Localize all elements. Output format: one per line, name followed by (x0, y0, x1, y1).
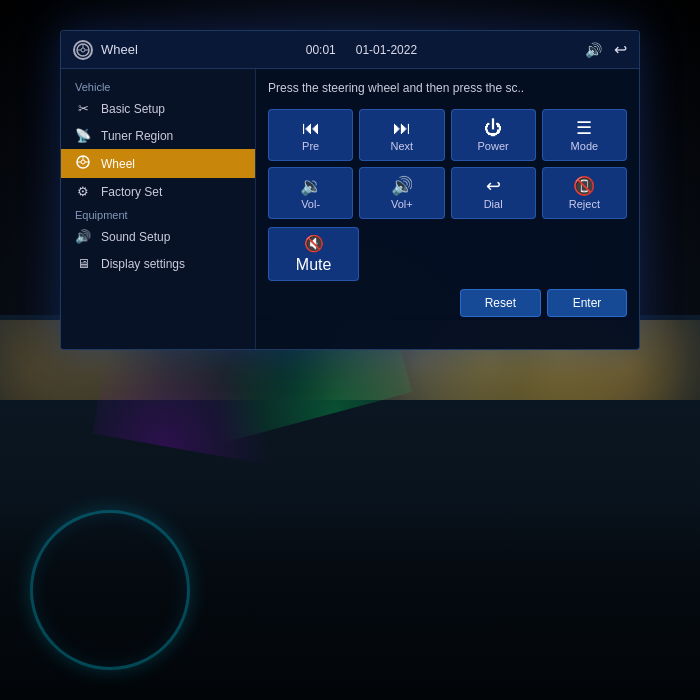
right-content: Press the steering wheel and then press … (256, 69, 639, 349)
enter-label: Enter (573, 296, 602, 310)
sidebar: Vehicle ✂ Basic Setup 📡 Tuner Region (61, 69, 256, 349)
svg-point-6 (81, 160, 85, 164)
sidebar-label-display-settings: Display settings (101, 257, 185, 271)
next-button[interactable]: ⏭ Next (359, 109, 444, 161)
display-icon: 🖥 (75, 256, 91, 271)
enter-button[interactable]: Enter (547, 289, 627, 317)
vol-plus-button[interactable]: 🔊 Vol+ (359, 167, 444, 219)
pre-label: Pre (302, 140, 319, 152)
tuner-icon: 📡 (75, 128, 91, 143)
next-icon: ⏭ (393, 119, 411, 137)
volume-icon[interactable]: 🔊 (585, 42, 602, 58)
control-button-grid: ⏮ Pre ⏭ Next ⏻ Power ☰ Mode (268, 109, 627, 219)
header-bar: Wheel 00:01 01-01-2022 🔊 ↩ (61, 31, 639, 69)
header-right: 🔊 ↩ (585, 40, 627, 59)
header-title: Wheel (101, 42, 138, 57)
vol-plus-label: Vol+ (391, 198, 413, 210)
mute-row: 🔇 Mute (268, 227, 627, 281)
reset-label: Reset (485, 296, 516, 310)
steering-wheel-decoration (30, 510, 190, 670)
instruction-text: Press the steering wheel and then press … (268, 79, 627, 101)
next-label: Next (391, 140, 414, 152)
vol-minus-label: Vol- (301, 198, 320, 210)
mute-label: Mute (296, 256, 332, 274)
wrench-icon: ✂ (75, 101, 91, 116)
back-button[interactable]: ↩ (614, 40, 627, 59)
header-left: Wheel (73, 40, 138, 60)
sidebar-section-vehicle: Vehicle (61, 77, 255, 95)
power-label: Power (478, 140, 509, 152)
dial-icon: ↩ (486, 177, 501, 195)
sidebar-section-equipment: Equipment (61, 205, 255, 223)
dial-label: Dial (484, 198, 503, 210)
pre-button[interactable]: ⏮ Pre (268, 109, 353, 161)
steering-wheel-icon (73, 40, 93, 60)
mode-icon: ☰ (576, 119, 592, 137)
wheel-icon (75, 155, 91, 172)
sidebar-item-factory-set[interactable]: ⚙ Factory Set (61, 178, 255, 205)
dial-button[interactable]: ↩ Dial (451, 167, 536, 219)
action-row: Reset Enter (268, 289, 627, 317)
reset-button[interactable]: Reset (460, 289, 541, 317)
main-ui-panel: Wheel 00:01 01-01-2022 🔊 ↩ Vehicle ✂ Bas… (60, 30, 640, 350)
mute-icon: 🔇 (304, 234, 324, 253)
sidebar-item-sound-setup[interactable]: 🔊 Sound Setup (61, 223, 255, 250)
header-center: 00:01 01-01-2022 (306, 43, 417, 57)
power-icon: ⏻ (484, 119, 502, 137)
sidebar-item-wheel[interactable]: Wheel (61, 149, 255, 178)
sidebar-label-sound-setup: Sound Setup (101, 230, 170, 244)
mode-label: Mode (571, 140, 599, 152)
power-button[interactable]: ⏻ Power (451, 109, 536, 161)
main-content: Vehicle ✂ Basic Setup 📡 Tuner Region (61, 69, 639, 349)
sidebar-label-wheel: Wheel (101, 157, 135, 171)
svg-point-1 (81, 48, 85, 52)
reject-label: Reject (569, 198, 600, 210)
header-time: 00:01 (306, 43, 336, 57)
sidebar-item-basic-setup[interactable]: ✂ Basic Setup (61, 95, 255, 122)
sidebar-label-factory-set: Factory Set (101, 185, 162, 199)
pre-icon: ⏮ (302, 119, 320, 137)
factory-icon: ⚙ (75, 184, 91, 199)
sound-icon: 🔊 (75, 229, 91, 244)
vol-minus-button[interactable]: 🔉 Vol- (268, 167, 353, 219)
reject-icon: 📵 (573, 177, 595, 195)
sidebar-label-basic-setup: Basic Setup (101, 102, 165, 116)
sidebar-item-display-settings[interactable]: 🖥 Display settings (61, 250, 255, 277)
vol-plus-icon: 🔊 (391, 177, 413, 195)
vol-minus-icon: 🔉 (300, 177, 322, 195)
sidebar-label-tuner-region: Tuner Region (101, 129, 173, 143)
mute-button[interactable]: 🔇 Mute (268, 227, 359, 281)
header-date: 01-01-2022 (356, 43, 417, 57)
mode-button[interactable]: ☰ Mode (542, 109, 627, 161)
sidebar-item-tuner-region[interactable]: 📡 Tuner Region (61, 122, 255, 149)
reject-button[interactable]: 📵 Reject (542, 167, 627, 219)
